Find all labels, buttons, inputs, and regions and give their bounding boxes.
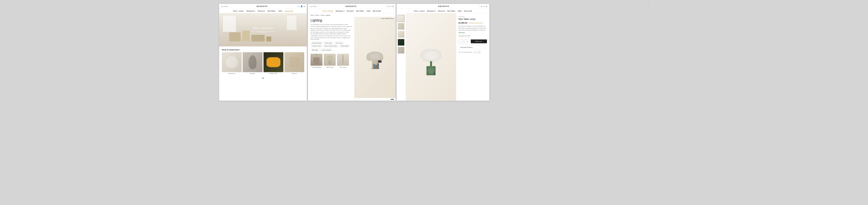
search-label-2[interactable]: Search xyxy=(312,5,317,7)
logo-3[interactable]: GESSATO xyxy=(438,5,449,7)
nav-new-arrivals-3[interactable]: New Arrivals xyxy=(464,10,472,11)
nav-best-sellers-2[interactable]: Best Sellers xyxy=(356,10,364,11)
floor-lamp-pole-icon xyxy=(342,55,343,63)
nav-best-sellers-1[interactable]: Best Sellers xyxy=(268,10,275,11)
cart-icon-3[interactable]: ⊡ xyxy=(481,5,482,7)
product-brand: &Tradition xyxy=(459,16,487,17)
thumb-item-1[interactable] xyxy=(398,15,405,22)
grid-icon-2[interactable]: ⊞ xyxy=(392,5,394,7)
nav-new-arrivals-2[interactable]: New Arrivals xyxy=(372,10,381,11)
dresser-shape xyxy=(229,32,241,42)
search-icon-1: 🔍 xyxy=(221,5,223,7)
nav-workspace-3[interactable]: Workspace ▾ xyxy=(427,10,435,11)
book-1 xyxy=(373,64,375,69)
nav-home-living-1[interactable]: Home + Living ▾ xyxy=(233,10,244,11)
dept-item-dinnerware[interactable]: Dinnerware xyxy=(222,52,242,74)
filter-cordless-lamps[interactable]: Cordless Lamps xyxy=(311,45,322,47)
hero-banner-1: New Arrivals Discover the latest finds f… xyxy=(219,13,307,47)
product-card-table-lamp[interactable]: Table Lamps xyxy=(324,54,336,68)
nav-workspace-2[interactable]: Workspace ▾ xyxy=(335,10,344,11)
sideboard-shape xyxy=(251,35,265,42)
sku-badge-b: QR xyxy=(477,50,481,54)
download-tearsheet-label: Download Tearsheet xyxy=(460,46,472,48)
grid-icon-1[interactable]: ⊞ xyxy=(304,5,305,7)
dept-item-furniture[interactable]: Furniture xyxy=(284,52,304,74)
nav-outlet-2[interactable]: Outlet xyxy=(366,10,370,11)
panel-lighting-category: 🔍 Search GESSATO ♡ ⊡ ⊙ ⊞ Home + Living ▾… xyxy=(308,4,396,101)
nav-home-living-2[interactable]: Home + Living ▾ xyxy=(322,10,333,12)
product-card-pendant[interactable]: Pendant Lighting xyxy=(311,54,322,68)
dept-item-kitchen[interactable]: Kitchen Tools xyxy=(264,52,283,74)
add-to-cart-button[interactable]: Add to cart xyxy=(471,40,487,44)
pendant-lamp-icon xyxy=(313,57,319,65)
filter-table-lamps[interactable]: Table Lamps xyxy=(323,42,333,44)
table-lamp-shade xyxy=(367,51,383,61)
thumb-item-2[interactable] xyxy=(398,23,405,30)
nav-new-arrivals-1[interactable]: New Arrivals xyxy=(285,10,293,11)
nav-best-sellers-3[interactable]: Best Sellers xyxy=(447,10,455,11)
hero-title-1: New Arrivals xyxy=(250,27,276,30)
account-icon-2[interactable]: ⊙ xyxy=(390,5,391,7)
search-area-2[interactable]: 🔍 Search xyxy=(310,5,317,7)
cart-icon-2[interactable]: ⊡ xyxy=(388,5,389,7)
product-label-table-lamp: Table Lamps xyxy=(324,66,336,68)
product-label-pendant: Pendant Lighting xyxy=(311,66,322,68)
dept-section: Shop by Department Dinnerware Barware Ki… xyxy=(219,47,307,77)
delivery-estimate: Estimated Deliver Date September 23, 202… xyxy=(459,34,487,37)
quantity-decrease-button[interactable]: − xyxy=(459,39,462,43)
grid-icon-3[interactable]: ⊞ xyxy=(486,5,487,7)
mist-lamp-shade xyxy=(420,48,442,62)
filter-floor-lamps[interactable]: Floor Lamps xyxy=(334,42,344,44)
product-card-floor-lamp[interactable]: Floor Lamps xyxy=(337,54,349,68)
nav-personal-2[interactable]: Personal ▾ xyxy=(347,10,354,11)
add-to-cart-row: − 1 + Add to cart xyxy=(459,39,487,44)
sku-badges: A+ QR xyxy=(473,50,481,54)
filter-surface-mount[interactable]: Surface Mount xyxy=(339,45,350,47)
download-tearsheet-button[interactable]: Download Tearsheet ↓ xyxy=(459,45,487,49)
quantity-increase-button[interactable]: + xyxy=(466,39,469,43)
filter-bedroom-table-lamps[interactable]: Bedroom Table Lamps xyxy=(323,45,338,47)
cart-icon-1[interactable]: ⊡ xyxy=(298,5,300,7)
jump-to-label: Jump To All Products › xyxy=(381,18,394,19)
wishlist-icon-1[interactable]: ♡ xyxy=(296,5,297,7)
nav-workspace-1[interactable]: Workspace ▾ xyxy=(246,10,255,11)
account-icon-1[interactable]: 👤 xyxy=(301,5,303,7)
logo-2[interactable]: GESSATO xyxy=(345,5,356,7)
nav-personal-1[interactable]: Personal ▾ xyxy=(257,10,265,11)
jump-to-all-products[interactable]: Jump To All Products › xyxy=(381,18,394,19)
thumb-item-4[interactable] xyxy=(398,39,405,46)
thumb-item-3[interactable] xyxy=(398,31,405,38)
books-stack xyxy=(373,62,381,69)
filter-outdoor-lighting[interactable]: Outdoor Lighting xyxy=(320,48,332,51)
quantity-control[interactable]: − 1 + xyxy=(459,39,469,44)
nav-personal-3[interactable]: Personal ▾ xyxy=(438,10,445,11)
filter-wall-lights[interactable]: Wall Lights xyxy=(311,48,319,51)
download-icon: ↓ xyxy=(484,46,485,48)
dept-thumb-dinnerware xyxy=(222,52,242,72)
search-label-1[interactable]: Search xyxy=(223,5,228,7)
cabinet-shape xyxy=(242,30,250,42)
navbar-1: Home + Living ▾ Workspace ▾ Personal ▾ B… xyxy=(219,9,307,13)
filter-pendant-lighting[interactable]: Pendant Lighting xyxy=(311,42,323,44)
sku-badge-a: A+ xyxy=(473,50,477,54)
nav-home-living-3[interactable]: Home + Living ▾ xyxy=(413,10,425,11)
dept-item-barware[interactable]: Barware xyxy=(243,52,262,74)
nav-outlet-1[interactable]: Outlet xyxy=(278,10,282,11)
thumb-item-5[interactable] xyxy=(398,47,405,54)
topbar-icons-3: ♡ ⊡ ⊙ ⊞ xyxy=(478,5,487,7)
dept-label-barware: Barware xyxy=(250,73,255,74)
wishlist-icon-2[interactable]: ♡ xyxy=(385,5,387,7)
account-icon-3[interactable]: ⊙ xyxy=(483,5,485,7)
search-icon-2: 🔍 xyxy=(310,5,312,7)
special-price-link[interactable]: Request a special price xyxy=(469,22,483,24)
view-more-link[interactable]: View more › xyxy=(459,31,487,33)
panel-product-detail: GESSATO ♡ ⊡ ⊙ ⊞ Home + Living ▾ Workspac… xyxy=(397,4,489,101)
wishlist-icon-3[interactable]: ♡ xyxy=(478,5,480,7)
breadcrumb-2: Home > Home + Living > Lighting xyxy=(308,13,396,17)
topbar-1: 🔍 Search GESSATO ♡ ⊡ 👤 ⊞ xyxy=(219,4,307,9)
stool-shape xyxy=(266,36,271,42)
logo-1[interactable]: GESSATO xyxy=(256,5,267,7)
nav-outlet-3[interactable]: Outlet xyxy=(458,10,462,11)
breadcrumb-text: Home > Home + Living > Lighting xyxy=(311,14,330,16)
search-area-1[interactable]: 🔍 Search xyxy=(221,5,228,7)
